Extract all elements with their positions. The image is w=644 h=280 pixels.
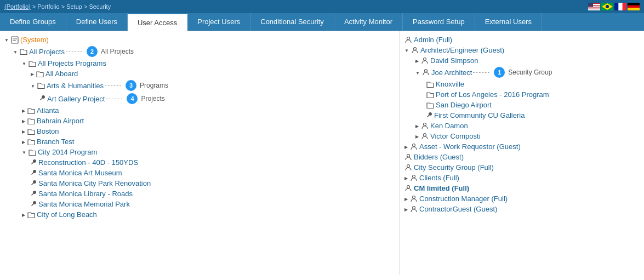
port-la-link[interactable]: Port of Los Angeles - 2016 Program (436, 90, 549, 99)
arch-eng-link[interactable]: Architect/Engineer (Guest) (420, 46, 504, 54)
tree-item-city-2014[interactable]: City 2014 Program (0, 147, 400, 157)
all-aboard-link[interactable]: All Aboard (45, 70, 78, 78)
tab-define-groups[interactable]: Define Groups (0, 13, 66, 31)
tree-item-bahrain[interactable]: Bahrain Airport (0, 116, 400, 126)
breadcrumb-current: Security (89, 3, 111, 10)
tree-item-sm-city[interactable]: Santa Monica City Park Renovation (0, 178, 400, 188)
tree-item-sm-lib[interactable]: Santa Monica Library - Roads (0, 188, 400, 199)
art-gallery-link[interactable]: Art Gallery Project (47, 95, 105, 103)
joe-link[interactable]: Joe Architect (431, 68, 472, 77)
atlanta-link[interactable]: Atlanta (37, 106, 59, 115)
sm-mem-link[interactable]: Santa Monica Memorial Park (38, 200, 130, 208)
reconstruction-link[interactable]: Reconstruction - 40D - 150YDS (38, 158, 138, 167)
right-panel: Admin (Full) Architect/Engineer (Guest) … (400, 31, 644, 275)
svg-point-22 (424, 123, 426, 125)
svg-rect-3 (588, 8, 600, 9)
san-diego-link[interactable]: San Diego Airport (436, 101, 492, 109)
bahrain-link[interactable]: Bahrain Airport (37, 117, 84, 125)
cm-limited-link[interactable]: CM limited (Full) (414, 184, 469, 192)
svg-point-20 (424, 58, 426, 60)
right-item-construction-mgr[interactable]: Construction Manager (Full) (400, 193, 644, 204)
right-item-david[interactable]: David Simpson (400, 55, 644, 66)
knoxville-link[interactable]: Knoxville (436, 80, 464, 88)
badge-label-security-group: Security Group (508, 68, 552, 76)
david-link[interactable]: David Simpson (430, 56, 478, 65)
arts-humanities-link[interactable]: Arts & Humanities (47, 82, 104, 90)
right-item-arch-eng[interactable]: Architect/Engineer (Guest) (400, 45, 644, 55)
right-item-cm-limited[interactable]: CM limited (Full) (400, 183, 644, 193)
tab-external-users[interactable]: External Users (475, 13, 542, 31)
all-projects-programs-link[interactable]: All Projects Programs (38, 59, 106, 67)
tree-item-sm-art[interactable]: Santa Monica Art Museum (0, 168, 400, 178)
tree-item-all-projects[interactable]: All Projects 2 All Projects (0, 45, 400, 58)
long-beach-link[interactable]: City of Long Beach (37, 210, 97, 219)
badge-2: 2 (87, 46, 98, 57)
tree-item-all-aboard[interactable]: All Aboard (0, 68, 400, 79)
right-item-ken[interactable]: Ken Damon (400, 121, 644, 131)
folder-icon (27, 211, 35, 219)
right-item-bidders[interactable]: Bidders (Guest) (400, 152, 644, 162)
chevron-right-icon (404, 206, 408, 212)
right-item-clients[interactable]: Clients (Full) (400, 173, 644, 183)
tab-user-access[interactable]: User Access (128, 13, 187, 31)
sm-art-link[interactable]: Santa Monica Art Museum (38, 169, 122, 177)
right-item-admin[interactable]: Admin (Full) (400, 35, 644, 45)
right-item-victor[interactable]: Victor Composti (400, 131, 644, 141)
tab-conditional-security[interactable]: Conditional Security (250, 13, 334, 31)
boston-link[interactable]: Boston (37, 127, 59, 135)
construction-mgr-link[interactable]: Construction Manager (Full) (419, 195, 508, 203)
sm-city-link[interactable]: Santa Monica City Park Renovation (38, 179, 151, 187)
admin-link[interactable]: Admin (Full) (414, 36, 452, 44)
victor-link[interactable]: Victor Composti (430, 132, 481, 140)
right-item-contractor-guest[interactable]: ContractorGuest (Guest) (400, 204, 644, 214)
right-item-first-community[interactable]: First Community CU Galleria (400, 110, 644, 121)
tree-item-atlanta[interactable]: Atlanta (0, 105, 400, 116)
flag-de-icon[interactable] (628, 3, 640, 10)
ken-link[interactable]: Ken Damon (430, 122, 468, 130)
tab-activity-monitor[interactable]: Activity Monitor (334, 13, 403, 31)
chevron-down-icon (22, 60, 26, 66)
city-security-link[interactable]: City Security Group (Full) (414, 163, 494, 172)
breadcrumb-link[interactable]: (Portfolio) (4, 3, 31, 10)
tab-project-users[interactable]: Project Users (187, 13, 250, 31)
tree-item-branch-test[interactable]: Branch Test (0, 136, 400, 147)
flag-fr-icon[interactable] (614, 3, 626, 10)
sm-lib-link[interactable]: Santa Monica Library - Roads (38, 190, 133, 198)
tree-item-reconstruction[interactable]: Reconstruction - 40D - 150YDS (0, 157, 400, 168)
city-2014-link[interactable]: City 2014 Program (38, 148, 97, 156)
chevron-right-icon (22, 212, 25, 218)
right-item-knoxville[interactable]: Knoxville (400, 79, 644, 89)
bidders-link[interactable]: Bidders (Guest) (414, 153, 464, 161)
left-panel: (System) All Projects 2 All Projects All… (0, 31, 400, 275)
flag-br-icon[interactable] (601, 3, 613, 10)
svg-point-23 (424, 133, 426, 136)
tree-item-arts-humanities[interactable]: Arts & Humanities 3 Programs (0, 79, 400, 92)
svg-point-8 (606, 5, 609, 8)
tree-item-art-gallery[interactable]: Art Gallery Project 4 Projects (0, 92, 400, 105)
right-item-city-security[interactable]: City Security Group (Full) (400, 162, 644, 173)
tab-define-users[interactable]: Define Users (66, 13, 128, 31)
folder-icon (29, 148, 36, 156)
branch-test-link[interactable]: Branch Test (37, 138, 74, 146)
tab-password-setup[interactable]: Password Setup (403, 13, 475, 31)
tree-item-long-beach[interactable]: City of Long Beach (0, 209, 400, 220)
tree-item-sm-mem[interactable]: Santa Monica Memorial Park (0, 199, 400, 209)
clients-link[interactable]: Clients (Full) (419, 174, 459, 182)
first-community-link[interactable]: First Community CU Galleria (434, 111, 525, 119)
svg-rect-4 (588, 9, 600, 10)
main-content: (System) All Projects 2 All Projects All… (0, 31, 644, 275)
asset-link[interactable]: Asset - Work Requestor (Guest) (419, 142, 521, 151)
right-item-joe[interactable]: Joe Architect 1 Security Group (400, 66, 644, 79)
all-projects-link[interactable]: All Projects (29, 48, 65, 56)
flag-us-icon[interactable] (588, 3, 600, 10)
chevron-right-icon (415, 133, 419, 139)
tree-item-boston[interactable]: Boston (0, 126, 400, 136)
right-item-san-diego[interactable]: San Diego Airport (400, 100, 644, 110)
tree-item-system[interactable]: (System) (0, 35, 400, 45)
tree-item-all-projects-programs[interactable]: All Projects Programs (0, 58, 400, 68)
system-label: (System) (20, 36, 49, 44)
contractor-guest-link[interactable]: ContractorGuest (Guest) (419, 205, 497, 213)
right-item-asset[interactable]: Asset - Work Requestor (Guest) (400, 141, 644, 152)
folder-icon (426, 91, 434, 99)
right-item-port-la[interactable]: Port of Los Angeles - 2016 Program (400, 89, 644, 100)
